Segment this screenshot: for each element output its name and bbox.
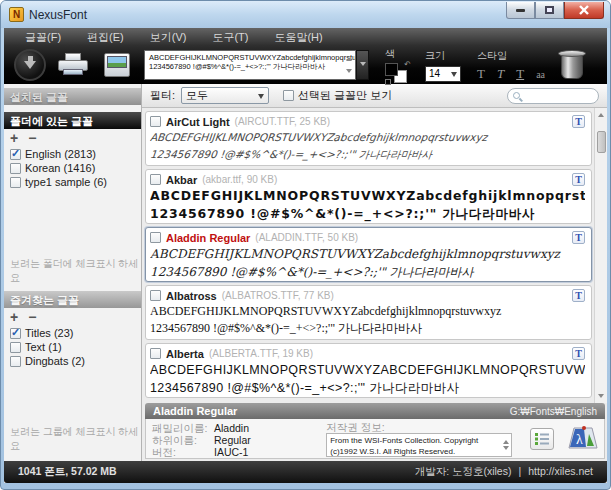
- size-group: 크기 14: [425, 49, 461, 82]
- group-item-dingbats[interactable]: Dingbats (2): [4, 354, 141, 368]
- menu-tools[interactable]: 도구(T): [199, 30, 261, 45]
- copyright-textbox[interactable]: From the WSI-Fonts Collection. Copyright…: [326, 433, 512, 457]
- image-icon: [107, 56, 127, 68]
- detail-header: Aladdin Regular G:₩Fonts₩English: [145, 403, 605, 419]
- installed-fonts-header[interactable]: 설치된 글꼴: [4, 88, 141, 105]
- print-button[interactable]: [58, 53, 88, 77]
- folder-item-korean[interactable]: Korean (1416): [4, 161, 141, 175]
- character-list-button[interactable]: [530, 428, 554, 450]
- font-list-item[interactable]: Akbar (akbar.ttf, 90 KB) T ABCDEFGHIJKLM…: [145, 169, 592, 224]
- selected-only-checkbox[interactable]: 선택된 글꼴만 보기: [283, 88, 392, 103]
- bold-button[interactable]: T: [477, 67, 485, 80]
- underline-button[interactable]: T: [516, 67, 524, 80]
- checkbox[interactable]: [10, 356, 21, 367]
- copyright-scrollbar[interactable]: [501, 435, 511, 455]
- add-group-button[interactable]: +: [10, 310, 18, 324]
- checkbox[interactable]: [10, 177, 21, 188]
- preview-line-1: ABCDEFGHIJKLMNOPQRSTUVWXYZabcdefghijklmn…: [149, 53, 343, 62]
- folder-item-english[interactable]: English (2813): [4, 147, 141, 161]
- spinner-down-icon: [346, 69, 352, 76]
- developer-url[interactable]: http://xiles.net: [528, 465, 593, 479]
- checkbox[interactable]: [283, 90, 294, 101]
- font-checkbox[interactable]: [150, 116, 161, 127]
- scroll-down-icon[interactable]: [598, 394, 604, 401]
- font-preview-line1: ABCDEFGHIJKLMNOPQRSTUVWXYZabcdefghijklmn…: [150, 187, 585, 205]
- add-folder-button[interactable]: +: [10, 131, 18, 145]
- subfamily-value: Regular: [214, 434, 251, 446]
- minimize-button[interactable]: [506, 2, 535, 19]
- color-swatches[interactable]: ↶: [385, 63, 409, 83]
- foreground-color-swatch[interactable]: [385, 63, 398, 76]
- menu-help[interactable]: 도움말(H): [261, 30, 335, 45]
- trash-lid-icon: [558, 50, 586, 57]
- font-name: AirCut Light: [166, 116, 230, 128]
- folder-item-type1[interactable]: type1 sample (6): [4, 175, 141, 189]
- install-font-icon[interactable]: T: [572, 347, 585, 360]
- antialias-button[interactable]: aa: [536, 68, 545, 81]
- menu-edit[interactable]: 편집(E): [74, 30, 137, 45]
- app-icon: N: [9, 7, 24, 22]
- trash-button[interactable]: [557, 50, 587, 80]
- font-list-item[interactable]: AirCut Light (AIRCUT.TTF, 25 KB) T ABCDE…: [145, 111, 592, 166]
- menu-bar: 글꼴(F) 편집(E) 보기(V) 도구(T) 도움말(H): [4, 28, 607, 46]
- filter-select[interactable]: 모두: [181, 87, 269, 104]
- group-item-text[interactable]: Text (1): [4, 340, 141, 354]
- size-select[interactable]: 14: [425, 66, 461, 82]
- preview-spinner[interactable]: [344, 52, 354, 78]
- install-font-icon[interactable]: T: [572, 289, 585, 302]
- italic-button[interactable]: T: [497, 67, 504, 80]
- install-font-icon[interactable]: T: [572, 115, 585, 128]
- style-group: 스타일 T T T aa: [477, 49, 545, 81]
- search-input[interactable]: [523, 90, 583, 101]
- preview-text-input[interactable]: ABCDEFGHIJKLMNOPQRSTUVWXYZabcdefghijklmn…: [144, 50, 356, 80]
- font-checkbox[interactable]: [150, 290, 161, 301]
- filter-label: 필터:: [150, 88, 175, 103]
- preview-dropdown-button[interactable]: [356, 50, 369, 80]
- list-icon: [534, 432, 550, 446]
- lambda-icon: λ: [568, 424, 598, 450]
- folder-fonts-header[interactable]: 폴더에 있는 글꼴: [4, 112, 141, 129]
- export-image-button[interactable]: [104, 53, 130, 77]
- swap-colors-icon[interactable]: ↶: [404, 61, 411, 69]
- font-file-info: (akbar.ttf, 90 KB): [202, 174, 277, 185]
- favorite-fonts-header[interactable]: 즐겨찾는 글꼴: [4, 291, 141, 308]
- group-item-titles[interactable]: Titles (23): [4, 326, 141, 340]
- font-checkbox[interactable]: [150, 174, 161, 185]
- remove-folder-button[interactable]: −: [28, 131, 36, 145]
- family-name-value: Aladdin: [214, 422, 249, 434]
- font-preview-line1: ABCDEFGHIJKLMNOPQRSTUVWXYZabcdefghijklmn…: [150, 303, 585, 320]
- reset-colors-icon[interactable]: [385, 79, 391, 85]
- font-list: AirCut Light (AIRCUT.TTF, 25 KB) T ABCDE…: [142, 108, 594, 403]
- scroll-up-icon[interactable]: [598, 110, 604, 117]
- color-label: 색: [385, 47, 395, 61]
- detail-font-name: Aladdin Regular: [153, 405, 237, 417]
- font-checkbox[interactable]: [150, 348, 161, 359]
- scrollbar-thumb[interactable]: [597, 131, 606, 153]
- vertical-scrollbar[interactable]: [594, 108, 607, 403]
- font-list-item[interactable]: Albatross (ALBATROS.TTF, 77 KB) T ABCDEF…: [145, 285, 592, 340]
- font-checkbox[interactable]: [150, 232, 161, 243]
- font-list-item-selected[interactable]: Aladdin Regular (ALADDIN.TTF, 50 KB) T A…: [145, 227, 592, 282]
- font-info-button[interactable]: λ: [568, 424, 598, 454]
- selected-only-label: 선택된 글꼴만 보기: [298, 88, 392, 103]
- search-box[interactable]: [507, 88, 599, 104]
- remove-group-button[interactable]: −: [28, 310, 36, 324]
- folder-label: type1 sample (6): [25, 176, 107, 188]
- install-button[interactable]: [14, 49, 46, 81]
- scroll-up-icon: [503, 437, 509, 444]
- checkbox[interactable]: [10, 328, 21, 339]
- font-preview-line2: 1234567890 !@#$%^&*()-=_+<>?:;'" 가나다라마바사: [150, 205, 585, 223]
- font-list-item[interactable]: Alberta (ALBERTA.TTF, 19 KB) T ABCDEFGHI…: [145, 343, 592, 398]
- install-font-icon[interactable]: T: [572, 231, 585, 244]
- install-font-icon[interactable]: T: [572, 173, 585, 186]
- close-button[interactable]: [564, 2, 604, 19]
- checkbox[interactable]: [10, 163, 21, 174]
- menu-view[interactable]: 보기(V): [137, 30, 200, 45]
- menu-font[interactable]: 글꼴(F): [12, 30, 74, 45]
- restore-button[interactable]: [535, 2, 564, 19]
- detail-fields: 패밀리이름: Aladdin 하위이름: Regular 버전: IAUC-1: [152, 422, 318, 455]
- checkbox[interactable]: [10, 149, 21, 160]
- group-label: Text (1): [25, 341, 62, 353]
- checkbox[interactable]: [10, 342, 21, 353]
- color-group: 색 ↶: [385, 47, 409, 83]
